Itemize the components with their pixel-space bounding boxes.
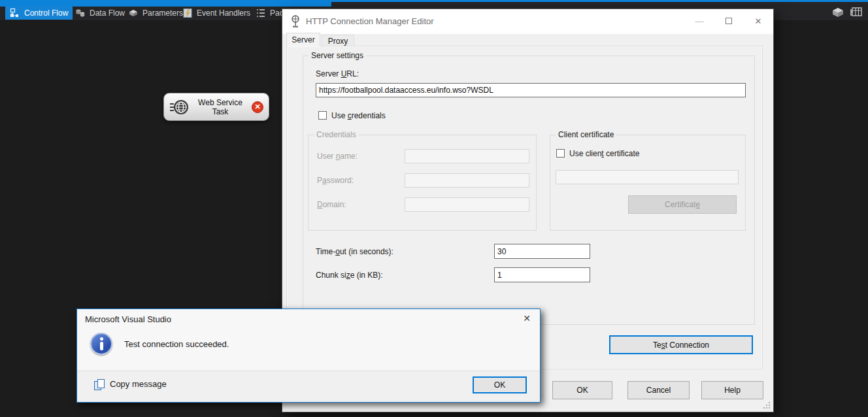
ok-button[interactable]: OK bbox=[552, 381, 612, 399]
timeout-input[interactable] bbox=[494, 244, 590, 259]
chunk-size-input[interactable] bbox=[494, 267, 590, 282]
test-connection-button[interactable]: Test Connection bbox=[609, 335, 753, 354]
maximize-icon bbox=[726, 18, 732, 24]
certificate-input bbox=[556, 170, 739, 184]
resize-grip[interactable] bbox=[763, 402, 770, 409]
connection-manager-icon bbox=[290, 15, 301, 28]
server-settings-group: Server settings Server URL: Use credenti… bbox=[303, 56, 755, 325]
password-label: Password: bbox=[317, 176, 354, 185]
message-box-footer: Copy message OK bbox=[77, 371, 540, 402]
control-flow-icon bbox=[10, 8, 20, 18]
client-certificate-group: Client certificate Use client certificat… bbox=[550, 135, 746, 231]
tab-control-flow[interactable]: Control Flow bbox=[5, 7, 73, 20]
tab-server[interactable]: Server bbox=[286, 33, 320, 46]
user-name-input bbox=[405, 149, 529, 163]
ssis-designer-window: Control Flow Data Flow Parameters bbox=[0, 0, 868, 417]
certificate-button: Certificate bbox=[628, 195, 737, 214]
info-icon bbox=[90, 333, 112, 355]
credentials-title: Credentials bbox=[314, 130, 359, 139]
package-icon[interactable] bbox=[831, 7, 844, 18]
minimize-button: — bbox=[690, 12, 709, 30]
close-button[interactable]: ✕ bbox=[748, 12, 768, 30]
web-service-task-node[interactable]: Web Service Task ✕ bbox=[163, 93, 269, 121]
data-flow-icon bbox=[75, 8, 86, 18]
message-box-ok-button[interactable]: OK bbox=[473, 376, 527, 393]
tab-data-flow-label: Data Flow bbox=[90, 8, 125, 18]
domain-label: Domain: bbox=[317, 200, 346, 209]
chunk-size-label: Chunk size (in KB): bbox=[316, 271, 383, 280]
tab-event-handlers-label: Event Handlers bbox=[197, 8, 250, 18]
active-document-tab[interactable] bbox=[0, 0, 331, 7]
use-credentials-checkbox[interactable]: Use credentials bbox=[318, 111, 386, 120]
grid-settings-icon[interactable] bbox=[850, 7, 863, 18]
timeout-label: Time-out (in seconds): bbox=[316, 247, 393, 256]
tab-proxy[interactable]: Proxy bbox=[322, 35, 354, 46]
copy-icon bbox=[94, 379, 105, 390]
tab-data-flow[interactable]: Data Flow bbox=[71, 7, 129, 20]
help-button[interactable]: Help bbox=[701, 381, 763, 399]
dialog-titlebar[interactable]: HTTP Connection Manager Editor — ✕ bbox=[282, 9, 773, 34]
error-icon: ✕ bbox=[252, 101, 263, 113]
web-service-icon bbox=[169, 99, 189, 116]
use-client-certificate-checkbox[interactable]: Use client certificate bbox=[556, 149, 639, 158]
tab-parameters-label: Parameters bbox=[142, 8, 183, 18]
checkbox-icon bbox=[556, 149, 565, 158]
parameters-icon bbox=[128, 8, 139, 18]
maximize-button[interactable] bbox=[719, 12, 739, 30]
server-settings-title: Server settings bbox=[309, 51, 366, 60]
message-box-close-icon[interactable]: ✕ bbox=[518, 313, 535, 326]
message-text: Test connection succeeded. bbox=[124, 339, 229, 349]
checkbox-icon bbox=[318, 111, 327, 120]
copy-message-link[interactable]: Copy message bbox=[110, 379, 167, 389]
event-handlers-icon bbox=[182, 8, 193, 18]
tab-event-handlers[interactable]: Event Handlers bbox=[178, 7, 255, 20]
cancel-button[interactable]: Cancel bbox=[627, 381, 690, 399]
package-explorer-icon bbox=[256, 8, 266, 18]
password-input bbox=[405, 173, 529, 188]
message-box: Microsoft Visual Studio ✕ Test connectio… bbox=[76, 309, 541, 403]
tab-control-flow-label: Control Flow bbox=[24, 8, 68, 18]
client-certificate-title: Client certificate bbox=[556, 130, 616, 139]
task-label: Web Service Task bbox=[193, 98, 247, 116]
server-url-label: Server URL: bbox=[316, 69, 359, 78]
server-url-input[interactable] bbox=[316, 83, 746, 97]
domain-input bbox=[405, 197, 529, 212]
dialog-title: HTTP Connection Manager Editor bbox=[306, 9, 434, 34]
message-box-title: Microsoft Visual Studio bbox=[85, 314, 171, 324]
credentials-group: Credentials User name: Password: Domain: bbox=[308, 135, 537, 231]
user-name-label: User name: bbox=[317, 152, 358, 161]
